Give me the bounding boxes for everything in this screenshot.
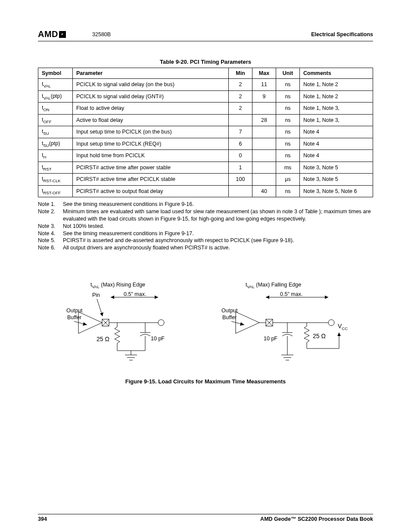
cell-max	[252, 138, 276, 150]
svg-marker-3	[155, 296, 158, 299]
cell-parameter: Float to active delay	[73, 103, 229, 115]
page-header: AMD 32580B Electrical Specifications	[38, 29, 373, 41]
cell-min: 100	[229, 174, 252, 186]
cell-comments: Note 3, Note 5	[300, 162, 373, 174]
cell-unit: ns	[276, 185, 300, 197]
table-row: tSUInput setup time to PCICLK (on the bu…	[38, 126, 373, 138]
cell-comments: Note 1, Note 2	[300, 90, 373, 103]
right-cap-label: 10 pF	[264, 336, 277, 342]
left-cap-label: 10 pF	[151, 336, 165, 342]
cell-unit: ns	[276, 150, 300, 162]
right-buffer-label: Buffer	[222, 314, 237, 320]
cell-max	[252, 174, 276, 186]
cell-min: 0	[229, 150, 252, 162]
cell-min: 1	[229, 162, 252, 174]
svg-marker-46	[337, 333, 341, 336]
table-row: tSU(ptp)Input setup time to PCICLK (REQ#…	[38, 138, 373, 150]
cell-symbol: tVAL(ptp)	[38, 90, 73, 103]
cell-max	[252, 150, 276, 162]
table-caption: Table 9-20. PCI Timing Parameters	[38, 59, 373, 65]
cell-unit: ns	[276, 138, 300, 150]
book-title: AMD Geode™ SC2200 Processor Data Book	[260, 516, 373, 522]
table-row: tONFloat to active delay2nsNote 1, Note …	[38, 103, 373, 115]
note-label: Note 6.	[38, 244, 63, 252]
diagram-left: tVAL (Max) Rising Edge Pin 0.5" max. Out…	[48, 282, 199, 372]
note-text: Minimum times are evaluated with same lo…	[63, 208, 373, 223]
note-label: Note 1.	[38, 201, 63, 208]
cell-parameter: PCIRST# active to output float delay	[73, 185, 229, 197]
svg-marker-7	[83, 322, 87, 326]
note-text: See the timing measurement conditions in…	[63, 201, 373, 208]
timing-table: Symbol Parameter Min Max Unit Comments t…	[38, 68, 373, 197]
section-title: Electrical Specifications	[311, 31, 373, 37]
note-row: Note 2.Minimum times are evaluated with …	[38, 208, 373, 223]
cell-unit: µs	[276, 174, 300, 186]
header-left: AMD 32580B	[38, 29, 111, 39]
cell-comments: Note 3, Note 5	[300, 174, 373, 186]
right-resistor-label: 25 Ω	[313, 333, 326, 339]
cell-symbol: tVAL	[38, 79, 73, 91]
right-output-label: Output	[221, 308, 238, 314]
svg-marker-2	[111, 296, 114, 299]
cell-parameter: PCIRST# active time after PCICLK stable	[73, 174, 229, 186]
amd-logo: AMD	[38, 29, 66, 39]
cell-parameter: Input setup time to PCICLK (REQ#)	[73, 138, 229, 150]
left-resistor-label: 25 Ω	[97, 336, 109, 342]
doc-code: 32580B	[92, 31, 111, 37]
table-body: tVALPCICLK to signal valid delay (on the…	[38, 79, 373, 197]
svg-marker-28	[240, 322, 244, 326]
table-row: tVALPCICLK to signal valid delay (on the…	[38, 79, 373, 91]
th-max: Max	[252, 68, 276, 79]
table-row: tVAL(ptp)PCICLK to signal valid delay (G…	[38, 90, 373, 103]
figure-block: tVAL (Max) Rising Edge Pin 0.5" max. Out…	[38, 282, 373, 385]
cell-min: 2	[229, 79, 252, 91]
svg-marker-26	[325, 296, 328, 299]
cell-max: 40	[252, 185, 276, 197]
cell-unit: ms	[276, 162, 300, 174]
th-min: Min	[229, 68, 252, 79]
logo-text: AMD	[38, 29, 58, 39]
right-title: tVAL (Max) Falling Edge	[246, 282, 301, 289]
right-vcc-label: VCC	[338, 323, 348, 331]
note-row: Note 1.See the timing measurement condit…	[38, 201, 373, 208]
left-pin-label: Pin	[92, 292, 100, 298]
note-row: Note 4.See the timing measurement condit…	[38, 230, 373, 237]
cell-unit: ns	[276, 90, 300, 103]
table-header-row: Symbol Parameter Min Max Unit Comments	[38, 68, 373, 79]
cell-parameter: PCIRST# active time after power stable	[73, 162, 229, 174]
cell-symbol: tH	[38, 150, 73, 162]
th-parameter: Parameter	[73, 68, 229, 79]
note-label: Note 4.	[38, 230, 63, 237]
th-unit: Unit	[276, 68, 300, 79]
note-text: Not 100% tested.	[63, 223, 373, 230]
cell-unit: ns	[276, 103, 300, 115]
right-dist-label: 0.5" max.	[280, 291, 302, 297]
cell-min: 2	[229, 90, 252, 103]
cell-min: 7	[229, 126, 252, 138]
cell-comments: Note 4	[300, 126, 373, 138]
note-label: Note 2.	[38, 208, 63, 223]
cell-unit: ns	[276, 126, 300, 138]
cell-symbol: tON	[38, 103, 73, 115]
cell-max	[252, 126, 276, 138]
cell-symbol: tSU	[38, 126, 73, 138]
cell-symbol: tRST	[38, 162, 73, 174]
cell-symbol: tRST-OFF	[38, 185, 73, 197]
svg-marker-25	[266, 296, 269, 299]
cell-symbol: tSU(ptp)	[38, 138, 73, 150]
cell-comments: Note 1, Note 3,	[300, 114, 373, 126]
cell-max	[252, 162, 276, 174]
cell-comments: Note 1, Note 2	[300, 79, 373, 91]
cell-parameter: PCICLK to signal valid delay (on the bus…	[73, 79, 229, 91]
svg-marker-29	[236, 312, 259, 333]
left-output-label: Output	[66, 308, 83, 314]
note-label: Note 3.	[38, 223, 63, 230]
note-row: Note 5.PCIRST# is asserted and de-assert…	[38, 237, 373, 244]
table-row: tRST-OFFPCIRST# active to output float d…	[38, 185, 373, 197]
cell-min: 6	[229, 138, 252, 150]
svg-point-35	[328, 320, 334, 326]
cell-min: 2	[229, 103, 252, 115]
left-title: tVAL (Max) Rising Edge	[90, 282, 145, 289]
notes-block: Note 1.See the timing measurement condit…	[38, 201, 373, 252]
left-buffer-label: Buffer	[67, 314, 81, 320]
